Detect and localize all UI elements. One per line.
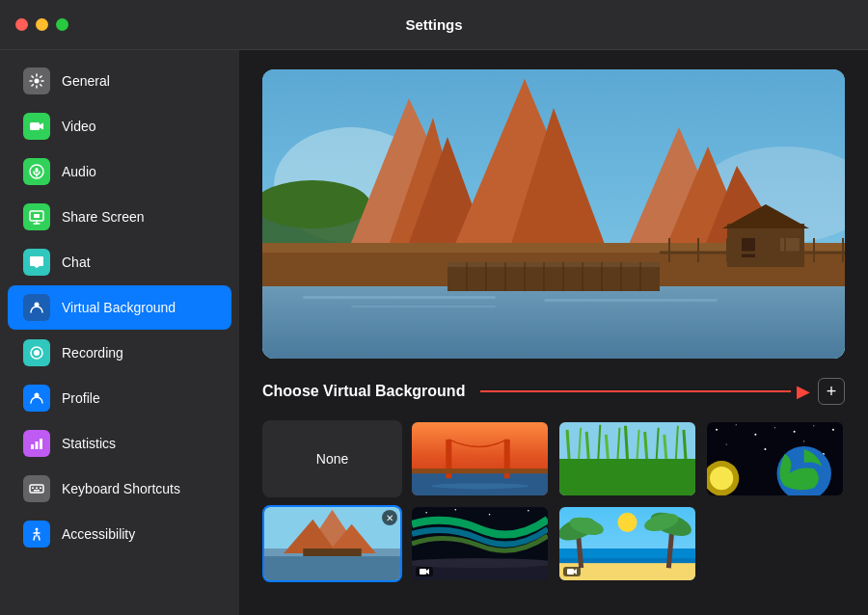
svg-point-89	[716, 429, 718, 431]
maximize-button[interactable]	[56, 18, 68, 31]
share-screen-icon	[23, 203, 50, 230]
svg-rect-6	[34, 214, 40, 218]
video-indicator-icon	[416, 567, 433, 576]
svg-rect-14	[36, 441, 39, 449]
svg-line-83	[645, 432, 647, 459]
svg-line-79	[606, 435, 608, 459]
svg-point-72	[431, 483, 529, 489]
svg-rect-109	[264, 556, 400, 580]
svg-rect-119	[567, 569, 574, 575]
sidebar-item-virtual-background[interactable]: Virtual Background	[8, 285, 231, 330]
sidebar-item-profile[interactable]: Profile	[8, 376, 231, 420]
video-icon	[23, 113, 50, 140]
statistics-label: Statistics	[62, 436, 116, 451]
bg-thumb-none[interactable]: None	[262, 420, 402, 497]
bg-thumb-beach[interactable]	[557, 505, 697, 582]
svg-rect-42	[544, 299, 718, 302]
svg-point-97	[764, 448, 766, 450]
svg-rect-57	[742, 238, 756, 257]
svg-rect-71	[412, 468, 548, 473]
svg-point-91	[754, 434, 756, 436]
svg-rect-58	[780, 238, 800, 253]
svg-line-85	[665, 435, 666, 459]
video-label: Video	[62, 119, 96, 134]
accessibility-label: Accessibility	[62, 526, 135, 542]
chooser-title: Choose Virtual Background	[262, 383, 465, 400]
svg-point-98	[803, 441, 804, 441]
svg-line-87	[684, 430, 686, 459]
keyboard-shortcuts-label: Keyboard Shortcuts	[62, 481, 180, 496]
audio-label: Audio	[62, 164, 96, 179]
svg-marker-120	[574, 569, 577, 575]
sidebar-item-statistics[interactable]: Statistics	[8, 421, 231, 466]
sidebar-item-video[interactable]: Video	[8, 104, 231, 148]
keyboard-icon	[23, 475, 50, 502]
svg-marker-111	[426, 569, 429, 575]
accessibility-icon	[23, 521, 50, 548]
main-layout: General Video Audio	[0, 50, 868, 615]
svg-point-118	[528, 510, 529, 512]
general-label: General	[62, 73, 110, 89]
virtual-background-label: Virtual Background	[62, 300, 176, 315]
svg-point-93	[794, 431, 796, 433]
svg-rect-18	[36, 488, 38, 490]
svg-point-131	[617, 513, 637, 532]
svg-line-77	[586, 432, 588, 459]
svg-point-21	[36, 528, 39, 531]
window-title: Settings	[405, 16, 462, 33]
sidebar: General Video Audio	[0, 50, 239, 615]
svg-point-102	[710, 467, 733, 490]
general-icon	[23, 67, 50, 94]
svg-point-116	[455, 509, 457, 511]
sidebar-item-accessibility[interactable]: Accessibility	[8, 512, 231, 556]
statistics-icon	[23, 430, 50, 457]
bg-thumb-space[interactable]	[705, 420, 845, 497]
titlebar: Settings	[0, 0, 868, 50]
svg-point-90	[736, 424, 737, 425]
audio-icon	[23, 158, 50, 185]
svg-rect-41	[351, 306, 496, 308]
background-preview	[262, 69, 845, 359]
profile-label: Profile	[62, 390, 100, 406]
video-indicator-icon-2	[563, 567, 581, 576]
svg-rect-13	[31, 444, 34, 449]
arrow-head-icon: ▶	[797, 383, 810, 400]
svg-rect-19	[40, 488, 41, 490]
bg-thumb-rocky-selected[interactable]: ✕	[262, 505, 402, 582]
bg-thumb-aurora[interactable]	[410, 505, 550, 582]
add-background-button[interactable]: +	[818, 378, 845, 405]
sidebar-item-chat[interactable]: Chat	[8, 240, 231, 284]
background-grid: None	[262, 420, 845, 582]
svg-rect-20	[34, 490, 40, 492]
svg-point-115	[425, 512, 427, 514]
svg-rect-3	[36, 168, 39, 173]
minimize-button[interactable]	[36, 18, 48, 31]
svg-line-81	[625, 426, 627, 459]
chat-icon	[23, 249, 50, 276]
sidebar-item-keyboard-shortcuts[interactable]: Keyboard Shortcuts	[8, 467, 231, 511]
svg-point-114	[412, 558, 548, 568]
arrow-container: ▶	[480, 383, 810, 400]
sidebar-item-share-screen[interactable]: Share Screen	[8, 195, 231, 239]
traffic-lights	[15, 18, 68, 31]
sidebar-item-audio[interactable]: Audio	[8, 149, 231, 194]
recording-icon	[23, 339, 50, 366]
chooser-header: Choose Virtual Background ▶ +	[262, 378, 845, 405]
svg-point-11	[34, 350, 40, 356]
svg-line-75	[567, 430, 569, 459]
svg-point-94	[813, 425, 814, 426]
svg-rect-15	[40, 439, 42, 449]
bg-thumb-nature[interactable]	[557, 420, 697, 497]
svg-point-96	[726, 443, 727, 444]
share-screen-label: Share Screen	[62, 209, 145, 225]
sidebar-item-recording[interactable]: Recording	[8, 331, 231, 375]
sidebar-item-general[interactable]: General	[8, 59, 231, 103]
recording-label: Recording	[62, 345, 123, 361]
svg-point-95	[832, 429, 834, 431]
close-button[interactable]	[15, 18, 28, 31]
svg-point-0	[35, 79, 40, 84]
remove-background-button[interactable]: ✕	[382, 510, 397, 525]
none-label: None	[316, 451, 348, 467]
bg-thumb-golden-gate[interactable]	[410, 420, 550, 497]
svg-rect-40	[303, 296, 496, 299]
